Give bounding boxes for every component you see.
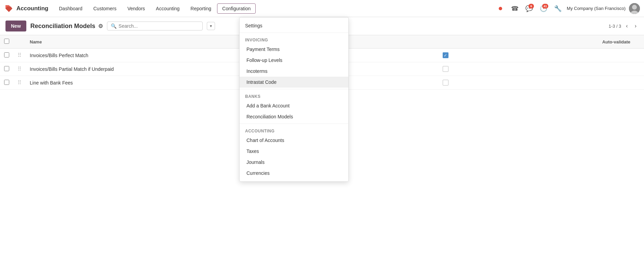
row3-autovalidate-checkbox[interactable] [443, 80, 448, 86]
phone-button[interactable]: ☎ [509, 3, 520, 14]
row3-checkbox[interactable] [4, 80, 9, 85]
new-button[interactable]: New [5, 21, 26, 31]
menu-divider-1 [240, 33, 348, 33]
pagination: 1-3 / 3 ‹ › [608, 22, 639, 30]
status-dot-button[interactable] [495, 3, 506, 14]
red-dot-icon [499, 7, 502, 10]
nav-accounting[interactable]: Accounting [151, 3, 185, 14]
nav-customers[interactable]: Customers [88, 3, 122, 14]
app-logo[interactable]: Accounting [4, 4, 49, 13]
row1-name: Invoices/Bills Perfect Match [26, 49, 439, 62]
app-name: Accounting [16, 5, 49, 12]
logo-icon [4, 4, 14, 13]
activity-badge: 41 [542, 4, 548, 9]
pagination-label: 1-3 / 3 [608, 24, 621, 29]
nav-configuration[interactable]: Configuration [217, 3, 256, 14]
menu-settings-item[interactable]: Settings [240, 20, 348, 31]
svg-point-1 [632, 5, 637, 10]
menu-section-invoicing: Invoicing [240, 34, 348, 44]
row3-name: Line with Bank Fees [26, 76, 439, 90]
search-input[interactable] [119, 23, 187, 29]
activity-button[interactable]: 🕐 41 [538, 3, 549, 14]
drag-handle[interactable]: ⠿ [17, 52, 22, 58]
row2-checkbox[interactable] [4, 66, 9, 71]
nav-reporting[interactable]: Reporting [185, 3, 216, 14]
search-icon: 🔍 [111, 23, 117, 29]
name-column-label: Name [30, 39, 42, 44]
page-title-text: Reconciliation Models [30, 23, 95, 30]
row2-name: Invoices/Bills Partial Match if Underpai… [26, 62, 439, 76]
drag-handle[interactable]: ⠿ [17, 80, 22, 86]
col-autovalidate-header: Auto-validate [439, 35, 644, 49]
col-name-header: Name [26, 35, 439, 49]
row1-checkbox[interactable] [4, 52, 9, 57]
nav-links: Dashboard Customers Vendors Accounting R… [54, 3, 495, 14]
chat-badge: 6 [528, 4, 534, 9]
chat-button[interactable]: 💬 6 [524, 3, 535, 14]
next-page-button[interactable]: › [633, 22, 639, 30]
wrench-icon: 🔧 [554, 5, 562, 12]
top-navigation: Accounting Dashboard Customers Vendors A… [0, 0, 644, 17]
company-name[interactable]: My Company (San Francisco) [567, 6, 626, 11]
phone-icon: ☎ [511, 5, 519, 12]
row1-autovalidate-checkbox[interactable]: ✓ [443, 52, 448, 58]
menu-followup-levels[interactable]: Follow-up Levels [240, 55, 348, 66]
select-all-checkbox[interactable] [4, 39, 9, 44]
page-title: Reconciliation Models ⚙ [30, 23, 103, 30]
search-dropdown-arrow[interactable]: ▾ [207, 22, 215, 30]
autovalidate-column-label: Auto-validate [602, 39, 630, 44]
gear-icon[interactable]: ⚙ [98, 23, 103, 29]
configuration-dropdown-menu: Settings Invoicing Payment Terms Follow-… [239, 17, 349, 90]
menu-payment-terms[interactable]: Payment Terms [240, 44, 348, 55]
drag-handle[interactable]: ⠿ [17, 66, 22, 72]
row2-autovalidate-checkbox[interactable] [443, 66, 448, 72]
avatar[interactable] [629, 3, 640, 14]
menu-incoterms[interactable]: Incoterms [240, 66, 348, 77]
avatar-icon [629, 3, 640, 14]
nav-vendors[interactable]: Vendors [122, 3, 150, 14]
settings-button[interactable]: 🔧 [552, 3, 563, 14]
nav-right: ☎ 💬 6 🕐 41 🔧 My Company (San Francisco) [495, 3, 640, 14]
search-bar: 🔍 [107, 22, 203, 30]
menu-intrastat-code[interactable]: Intrastat Code [240, 77, 348, 88]
menu-divider-2 [240, 89, 348, 89]
prev-page-button[interactable]: ‹ [624, 22, 630, 30]
nav-dashboard[interactable]: Dashboard [54, 3, 88, 14]
